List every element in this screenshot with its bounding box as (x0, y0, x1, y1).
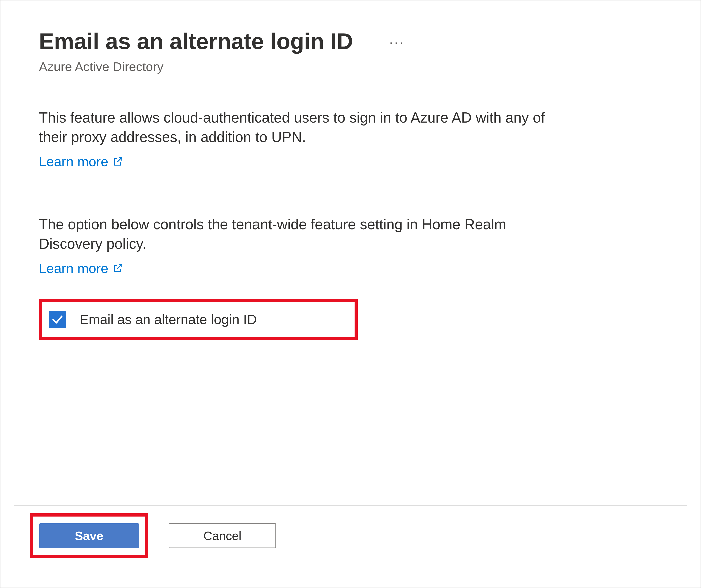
cancel-button[interactable]: Cancel (169, 523, 276, 548)
learn-more-policy-label: Learn more (39, 260, 108, 276)
page-title: Email as an alternate login ID (39, 28, 353, 55)
feature-section: This feature allows cloud-authenticated … (39, 108, 662, 169)
check-icon (51, 313, 64, 326)
learn-more-feature-link[interactable]: Learn more (39, 154, 123, 169)
external-link-icon (112, 263, 123, 274)
external-link-icon (112, 156, 123, 167)
email-alternate-login-checkbox[interactable] (49, 311, 66, 328)
more-icon[interactable]: ··· (389, 34, 405, 50)
page-subtitle: Azure Active Directory (39, 59, 662, 74)
checkbox-highlight: Email as an alternate login ID (39, 299, 358, 340)
settings-panel: Email as an alternate login ID ··· Azure… (0, 0, 701, 588)
save-highlight: Save (30, 513, 148, 558)
divider (14, 506, 687, 506)
checkbox-label: Email as an alternate login ID (79, 312, 257, 327)
policy-description: The option below controls the tenant-wid… (39, 215, 548, 254)
button-bar: Save Cancel (30, 513, 276, 558)
learn-more-feature-label: Learn more (39, 154, 108, 169)
header-row: Email as an alternate login ID ··· (39, 28, 662, 55)
feature-description: This feature allows cloud-authenticated … (39, 108, 548, 147)
learn-more-policy-link[interactable]: Learn more (39, 260, 123, 276)
policy-section: The option below controls the tenant-wid… (39, 215, 662, 276)
save-button[interactable]: Save (39, 523, 139, 548)
